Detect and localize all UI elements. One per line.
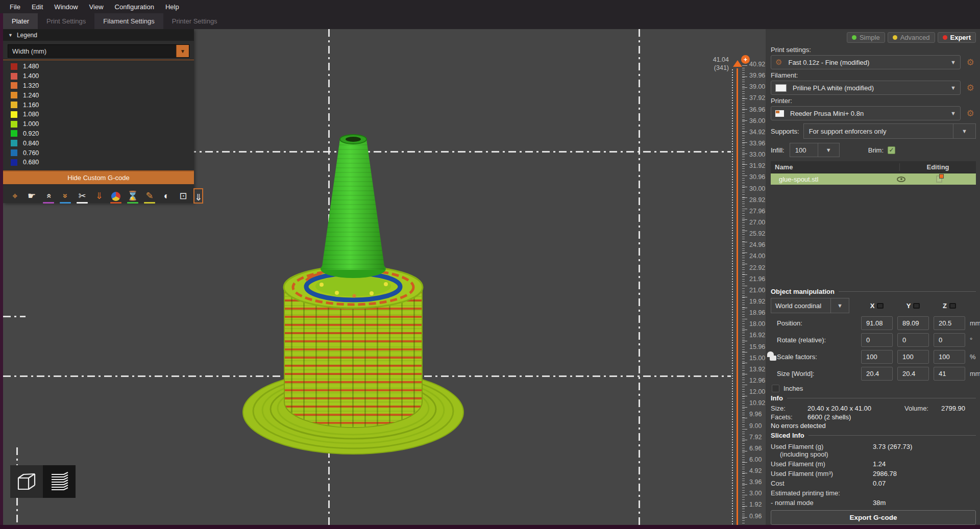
edit-printer-icon[interactable]: ⚙ [965,108,976,119]
axis-header-y: Y [897,302,929,310]
printer-dropdown[interactable]: Reeder Prusa Mini+ 0.8n ▼ [771,106,961,120]
feature-toggle-icon[interactable]: » [42,188,55,204]
feature-toggle-icon[interactable]: » [59,188,72,204]
mode-button[interactable]: Expert [938,32,976,43]
axis-value-input[interactable]: 0 [934,333,965,347]
feature-toggle-icon[interactable]: ✂ [76,188,89,204]
tab[interactable]: Print Settings [38,13,94,29]
layer-slider-range[interactable] [737,68,738,525]
layer-tick-label: 13.92 [749,366,765,372]
feature-toggle-icon[interactable]: ⌛ [126,188,139,204]
axis-value-input[interactable]: 20.4 [897,367,929,381]
menu-item[interactable]: Help [160,1,185,13]
menu-item[interactable]: Window [48,1,83,13]
layer-tick-label: 22.92 [749,265,765,271]
infill-input[interactable]: 100 [790,143,818,157]
unit-label: mm [970,370,980,377]
legend-color-chip [11,149,17,156]
layer-tick-label: 18.96 [749,310,765,316]
supports-value: For support enforcers only [809,128,887,135]
editing-state-icon[interactable] [936,175,942,183]
axis-header-x: X [861,302,893,310]
feature-toggle-icon[interactable]: ◐ [160,188,173,204]
manipulation-row-label: Position: [771,319,856,327]
menu-item[interactable]: View [84,1,109,13]
supports-dropdown[interactable]: For support enforcers only [803,123,953,139]
sliced-row-value: 1.24 [873,459,976,468]
axis-value-input[interactable]: 20.4 [861,367,893,381]
mode-dot-icon [893,35,897,40]
edit-print-settings-icon[interactable]: ⚙ [965,57,976,68]
mode-button[interactable]: Simple [847,32,885,43]
print-settings-dropdown[interactable]: ⚙ Fast 0.12z - Fine (modified) ▼ [771,55,961,69]
coordinate-system-dropdown[interactable]: World coordinal ▼ [771,298,856,313]
axis-value-input[interactable]: 0 [897,333,929,347]
editor-view-button[interactable] [10,465,43,498]
axis-value-input[interactable]: 89.09 [897,316,929,330]
feature-toggle-icon[interactable]: ⌖ [8,188,21,204]
object-row-glue-spout[interactable]: glue-spout.stl [771,173,976,185]
sliced-model-glue-spout[interactable] [230,122,480,459]
layer-slider[interactable]: 41.04 (341) + 40.9239.9639.0037.9236.963… [707,58,766,525]
feature-toggle-icon[interactable]: ☛ [25,188,38,204]
unit-label: ° [970,336,980,344]
horizontal-move-slider[interactable]: 197889 197961 [3,511,748,525]
axis-value-input[interactable]: 100 [897,350,929,364]
sliced-row-value: 0.07 [873,478,976,488]
mode-button[interactable]: Advanced [888,32,935,43]
feature-toggle-icon[interactable]: ⊡ [177,188,190,204]
axis-value-input[interactable]: 100 [934,350,965,364]
feature-toggle-icon[interactable]: ✎ [143,188,156,204]
filament-dropdown[interactable]: Priline PLA white (modified) ▼ [771,81,961,95]
infill-dropdown-arrow[interactable]: ▼ [818,143,840,157]
add-color-change-icon[interactable]: + [741,55,750,64]
feature-toggle-icon[interactable] [109,188,122,204]
preview-view-button[interactable] [43,465,76,498]
legend-toggle-icon[interactable]: ⇓ [193,188,203,204]
tab[interactable]: Filament Settings [94,13,163,29]
scale-lock-icon[interactable] [770,356,776,361]
axis-value-input[interactable]: 20.5 [934,316,965,330]
brim-checkbox[interactable]: ✓ [888,146,895,154]
tab[interactable]: Printer Settings [163,13,226,29]
legend-entry-label: 0.920 [23,130,39,137]
layer-tick-label: 24.00 [749,253,765,259]
tab[interactable]: Plater [3,13,38,29]
feature-toggle-icon[interactable]: ⇓ [92,188,106,204]
unit-label: mm [970,319,980,327]
axis-value-input[interactable]: 100 [861,350,893,364]
hide-custom-gcode-button[interactable]: Hide Custom G-code [3,170,194,184]
layer-slider-upper-handle[interactable] [733,60,742,67]
menu-item[interactable]: Configuration [109,1,160,13]
legend-color-chip [11,92,17,98]
layer-tick-label: 28.92 [749,197,765,203]
dropdown-arrow-icon[interactable]: ▼ [176,45,189,57]
layer-tick-label: 36.00 [749,118,765,124]
export-gcode-button[interactable]: Export G-code [771,510,976,525]
legend-color-chip [11,73,17,80]
supports-dropdown-arrow[interactable]: ▼ [953,123,976,139]
sliced-row-label: Estimated printing time: [771,488,873,497]
inches-checkbox[interactable] [772,385,779,392]
view-type-dropdown[interactable]: Width (mm) ▼ [8,44,189,58]
gcode-preview-viewport[interactable]: ▼ Legend Width (mm) ▼ 1.480 1.400 [3,29,766,525]
visibility-eye-icon[interactable] [897,177,905,182]
legend-entry-label: 0.840 [23,140,39,147]
menu-item[interactable]: Edit [26,1,48,13]
legend-header[interactable]: ▼ Legend [3,29,194,41]
editing-column-header: Editing [899,163,976,171]
axis-value-input[interactable]: 41 [934,367,965,381]
axis-value-input[interactable]: 0 [861,333,893,347]
layer-tick-label: 10.92 [749,400,765,406]
layer-tick-label: 21.96 [749,276,765,282]
menu-item[interactable]: File [4,1,26,13]
sliced-row-label: Cost [771,478,873,488]
volume-label: Volume: [904,405,941,412]
layer-tick-label: 21.00 [749,287,765,293]
collapse-triangle-icon: ▼ [8,33,13,38]
legend-entry-label: 1.400 [23,72,39,80]
edit-filament-icon[interactable]: ⚙ [965,83,976,93]
axis-value-input[interactable]: 91.08 [861,316,893,330]
sliced-row-label: Used Filament (m) [771,459,873,468]
cube-icon [15,470,38,493]
